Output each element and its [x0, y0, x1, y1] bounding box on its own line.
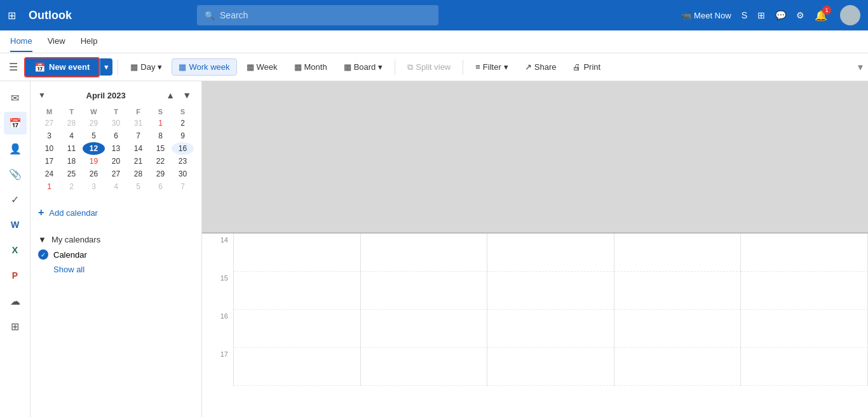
nav-powerpoint[interactable]: P: [4, 264, 27, 287]
mini-cal-day[interactable]: 24: [38, 168, 60, 180]
mini-cal-day[interactable]: 3: [38, 129, 60, 142]
mini-cal-day[interactable]: 18: [60, 155, 83, 168]
mini-cal-day[interactable]: 10: [38, 142, 60, 155]
day-cell-16-3[interactable]: [614, 310, 742, 348]
menu-view[interactable]: View: [48, 31, 65, 52]
skype-icon[interactable]: S: [742, 10, 747, 20]
mini-cal-day[interactable]: 11: [60, 142, 83, 155]
day-cell-16-1[interactable]: [361, 310, 488, 348]
day-cell-17-2[interactable]: [487, 348, 614, 386]
mini-cal-day[interactable]: 15: [149, 142, 172, 155]
mini-cal-day[interactable]: 25: [60, 168, 83, 180]
mini-cal-day[interactable]: 1: [38, 180, 60, 193]
mini-cal-day[interactable]: 1: [149, 117, 172, 129]
view-month-button[interactable]: ▦ Month: [287, 58, 334, 76]
mini-cal-day[interactable]: 13: [105, 142, 127, 155]
view-workweek-button[interactable]: ▦ Work week: [172, 58, 236, 76]
search-bar[interactable]: 🔍: [197, 5, 438, 25]
mini-cal-day[interactable]: 30: [172, 168, 194, 180]
mini-cal-day[interactable]: 29: [149, 168, 172, 180]
mini-cal-day[interactable]: 21: [127, 155, 149, 168]
menu-help[interactable]: Help: [81, 31, 98, 52]
mini-cal-day[interactable]: 28: [60, 117, 83, 129]
view-splitview-button[interactable]: ⧉ Split view: [400, 58, 458, 76]
mini-cal-day[interactable]: 27: [105, 168, 127, 180]
mini-cal-day[interactable]: 6: [149, 180, 172, 193]
mini-cal-day[interactable]: 23: [172, 155, 194, 168]
nav-word[interactable]: W: [4, 213, 27, 236]
day-cell-17-3[interactable]: [614, 348, 742, 386]
share-button[interactable]: ↗ Share: [518, 58, 564, 76]
filter-button[interactable]: ≡ Filter ▾: [468, 58, 515, 76]
hamburger-button[interactable]: ☰: [5, 57, 22, 77]
mini-cal-day[interactable]: 27: [38, 117, 60, 129]
nav-mail[interactable]: ✉: [4, 86, 27, 109]
add-calendar-button[interactable]: + Add calendar: [38, 203, 194, 222]
mini-cal-prev[interactable]: ▲: [163, 89, 177, 102]
day-cell-15-1[interactable]: [361, 272, 488, 310]
toolbar-expand-icon[interactable]: ▾: [858, 61, 863, 73]
mini-cal-day[interactable]: 30: [105, 117, 127, 129]
mini-cal-collapse[interactable]: ▼: [38, 91, 46, 100]
nav-people[interactable]: 👤: [4, 137, 27, 160]
nav-tasks[interactable]: ✓: [4, 188, 27, 211]
day-cell-15-2[interactable]: [487, 272, 614, 310]
nav-attachments[interactable]: 📎: [4, 162, 27, 185]
mini-cal-day[interactable]: 20: [105, 155, 127, 168]
search-input[interactable]: [220, 10, 431, 20]
nav-excel[interactable]: X: [4, 239, 27, 261]
feedback-icon[interactable]: 💬: [775, 10, 786, 20]
day-cell-15-3[interactable]: [614, 272, 742, 310]
mini-cal-day[interactable]: 12: [83, 142, 105, 155]
mini-cal-day[interactable]: 19: [83, 155, 105, 168]
nav-more-apps[interactable]: ⊞: [4, 315, 27, 338]
mini-cal-day[interactable]: 4: [105, 180, 127, 193]
day-cell-17-0[interactable]: [234, 348, 361, 386]
day-cell-17-1[interactable]: [361, 348, 488, 386]
avatar[interactable]: [840, 5, 860, 25]
mini-cal-day[interactable]: 8: [149, 129, 172, 142]
day-cell-16-2[interactable]: [487, 310, 614, 348]
day-cell-14-0[interactable]: [234, 234, 361, 272]
show-all-link[interactable]: Show all: [53, 262, 194, 277]
view-board-button[interactable]: ▦ Board ▾: [337, 58, 390, 76]
mini-cal-day[interactable]: 14: [127, 142, 149, 155]
day-cell-14-1[interactable]: [361, 234, 488, 272]
day-cell-16-0[interactable]: [234, 310, 361, 348]
notifications-button[interactable]: 🔔 1: [815, 10, 827, 22]
mini-cal-day[interactable]: 22: [149, 155, 172, 168]
nav-onedrive[interactable]: ☁: [4, 289, 27, 312]
mini-cal-day[interactable]: 16: [172, 142, 194, 155]
mini-cal-day[interactable]: 2: [60, 180, 83, 193]
day-cell-16-4[interactable]: [741, 310, 868, 348]
waffle-icon[interactable]: ⊞: [8, 10, 16, 22]
day-cell-15-0[interactable]: [234, 272, 361, 310]
mini-cal-day[interactable]: 2: [172, 117, 194, 129]
mini-cal-day[interactable]: 5: [127, 180, 149, 193]
new-event-button[interactable]: 📅 New event: [24, 57, 100, 77]
menu-home[interactable]: Home: [10, 31, 32, 52]
calendar-checkbox[interactable]: ✓: [38, 249, 48, 260]
new-event-dropdown[interactable]: ▾: [100, 58, 112, 76]
mini-cal-day[interactable]: 3: [83, 180, 105, 193]
day-cell-14-3[interactable]: [614, 234, 742, 272]
mini-cal-day[interactable]: 17: [38, 155, 60, 168]
view-day-button[interactable]: ▦ Day ▾: [123, 58, 169, 76]
mini-cal-day[interactable]: 31: [127, 117, 149, 129]
day-cell-17-4[interactable]: [741, 348, 868, 386]
print-button[interactable]: 🖨 Print: [566, 58, 607, 76]
mini-cal-day[interactable]: 5: [83, 129, 105, 142]
apps-icon[interactable]: ⊞: [757, 10, 765, 20]
my-calendars-header[interactable]: ▼ My calendars: [38, 232, 194, 247]
mini-cal-day[interactable]: 7: [172, 180, 194, 193]
mini-cal-day[interactable]: 29: [83, 117, 105, 129]
day-cell-14-2[interactable]: [487, 234, 614, 272]
meet-now-button[interactable]: 📹 Meet Now: [681, 11, 731, 20]
mini-cal-day[interactable]: 6: [105, 129, 127, 142]
mini-cal-day[interactable]: 26: [83, 168, 105, 180]
mini-cal-day[interactable]: 7: [127, 129, 149, 142]
settings-icon[interactable]: ⚙: [796, 10, 804, 20]
day-cell-14-4[interactable]: [741, 234, 868, 272]
mini-cal-day[interactable]: 4: [60, 129, 83, 142]
mini-cal-day[interactable]: 9: [172, 129, 194, 142]
